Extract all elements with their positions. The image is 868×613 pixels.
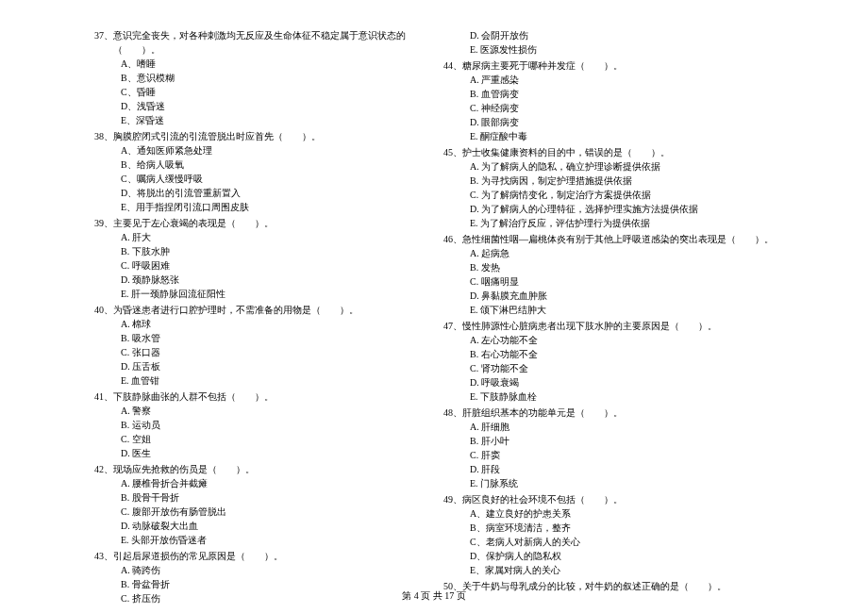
options-list: A. 起病急B. 发热C. 咽痛明显D. 鼻黏膜充血肿胀E. 颌下淋巴结肿大 xyxy=(443,246,774,317)
question-number: 47、 xyxy=(443,319,462,333)
question-stem: 48、肝脏组织基本的功能单元是（ ）。 xyxy=(443,406,774,420)
question-stem: 45、护士收集健康资料的目的中，错误的是（ ）。 xyxy=(443,145,774,159)
option: B. 右心功能不全 xyxy=(470,347,774,361)
option: A. 为了解病人的隐私，确立护理诊断提供依据 xyxy=(470,159,774,174)
option: C. 挤压伤 xyxy=(121,591,425,605)
exam-page: 37、意识完全丧失，对各种刺激均无反应及生命体征不稳定属于意识状态的（ ）。A、… xyxy=(0,0,868,585)
option: B. 肝小叶 xyxy=(470,434,774,448)
option: D. 颈静脉怒张 xyxy=(121,273,425,287)
options-list: A. 左心功能不全B. 右心功能不全C. 肾功能不全D. 呼吸衰竭E. 下肢静脉… xyxy=(443,333,774,404)
option: D. 动脉破裂大出血 xyxy=(121,519,425,533)
question: 46、急性细菌性咽—扁桃体炎有别于其他上呼吸道感染的突出表现是（ ）。A. 起病… xyxy=(443,232,774,317)
question-number: 45、 xyxy=(443,145,462,159)
question: 39、主要见于左心衰竭的表现是（ ）。A. 肝大B. 下肢水肿C. 呼吸困难D.… xyxy=(94,216,425,301)
question-stem: 40、为昏迷患者进行口腔护理时，不需准备的用物是（ ）。 xyxy=(94,303,425,317)
option: A. 警察 xyxy=(121,404,425,418)
option: A. 严重感染 xyxy=(470,73,774,87)
option: A. 肝大 xyxy=(121,230,425,244)
option: C. 肾功能不全 xyxy=(470,361,774,375)
question: 45、护士收集健康资料的目的中，错误的是（ ）。A. 为了解病人的隐私，确立护理… xyxy=(443,145,774,230)
question-number: 39、 xyxy=(94,216,113,230)
question-stem: 43、引起后尿道损伤的常见原因是（ ）。 xyxy=(94,549,425,563)
option: D、保护病人的隐私权 xyxy=(470,549,774,563)
question-stem: 39、主要见于左心衰竭的表现是（ ）。 xyxy=(94,216,425,230)
question: 43、引起后尿道损伤的常见原因是（ ）。A. 骑跨伤B. 骨盆骨折C. 挤压伤 xyxy=(94,549,425,605)
option: B. 股骨干骨折 xyxy=(121,490,425,505)
option: B. 血管病变 xyxy=(470,87,774,101)
question-number: 38、 xyxy=(94,129,113,143)
option: A、嗜睡 xyxy=(121,57,425,71)
question-text: 关于牛奶与母乳成分的比较，对牛奶的叙述正确的是（ ）。 xyxy=(462,579,774,593)
option: B、给病人吸氧 xyxy=(121,157,425,172)
option: D. 呼吸衰竭 xyxy=(470,375,774,389)
question-number: 42、 xyxy=(94,462,113,476)
question-stem: 49、病区良好的社会环境不包括（ ）。 xyxy=(443,492,774,506)
question-text: 护士收集健康资料的目的中，错误的是（ ）。 xyxy=(462,145,774,159)
question: 44、糖尿病主要死于哪种并发症（ ）。A. 严重感染B. 血管病变C. 神经病变… xyxy=(443,58,774,143)
options-list: A、嗜睡B、意识模糊C、昏睡D、浅昏迷E、深昏迷 xyxy=(94,57,425,127)
options-list: A. 肝细胞B. 肝小叶C. 肝窦D. 肝段E. 门脉系统 xyxy=(443,420,774,490)
options-list: A. 为了解病人的隐私，确立护理诊断提供依据B. 为寻找病因，制定护理措施提供依… xyxy=(443,159,774,230)
question-text: 为昏迷患者进行口腔护理时，不需准备的用物是（ ）。 xyxy=(113,303,425,317)
question-text: 下肢静脉曲张的人群不包括（ ）。 xyxy=(113,389,425,404)
option: E、用手指捏闭引流口周围皮肤 xyxy=(121,200,425,214)
question-stem: 46、急性细菌性咽—扁桃体炎有别于其他上呼吸道感染的突出表现是（ ）。 xyxy=(443,232,774,246)
options-list: A. 腰椎骨折合并截瘫B. 股骨干骨折C. 腹部开放伤有肠管脱出D. 动脉破裂大… xyxy=(94,476,425,547)
option: E、家属对病人的关心 xyxy=(470,563,774,577)
option: C. 咽痛明显 xyxy=(470,274,774,289)
option: B. 为寻找病因，制定护理措施提供依据 xyxy=(470,174,774,188)
options-list: A、建立良好的护患关系B、病室环境清洁，整齐C、老病人对新病人的关心D、保护病人… xyxy=(443,506,774,577)
option: D、将脱出的引流管重新置入 xyxy=(121,186,425,200)
option: E. 为了解治疗反应，评估护理行为提供依据 xyxy=(470,216,774,230)
question-stem: 41、下肢静脉曲张的人群不包括（ ）。 xyxy=(94,389,425,404)
question: 41、下肢静脉曲张的人群不包括（ ）。A. 警察B. 运动员C. 空姐D. 医生 xyxy=(94,389,425,460)
question: 47、慢性肺源性心脏病患者出现下肢水肿的主要原因是（ ）。A. 左心功能不全B.… xyxy=(443,319,774,404)
option: D. 肝段 xyxy=(470,462,774,476)
options-list: A、通知医师紧急处理B、给病人吸氧C、嘱病人缓慢呼吸D、将脱出的引流管重新置入E… xyxy=(94,143,425,214)
option: C、昏睡 xyxy=(121,85,425,99)
question: 37、意识完全丧失，对各种刺激均无反应及生命体征不稳定属于意识状态的（ ）。A、… xyxy=(94,28,425,127)
question-stem: 42、现场应先抢救的伤员是（ ）。 xyxy=(94,462,425,476)
question: 48、肝脏组织基本的功能单元是（ ）。A. 肝细胞B. 肝小叶C. 肝窦D. 肝… xyxy=(443,406,774,490)
option: E、深昏迷 xyxy=(121,113,425,127)
option: A. 棉球 xyxy=(121,317,425,331)
option: C. 腹部开放伤有肠管脱出 xyxy=(121,505,425,519)
options-list: A. 警察B. 运动员C. 空姐D. 医生 xyxy=(94,404,425,460)
options-list: A. 严重感染B. 血管病变C. 神经病变D. 眼部病变E. 酮症酸中毒 xyxy=(443,73,774,143)
option: E. 血管钳 xyxy=(121,373,425,388)
question-text: 病区良好的社会环境不包括（ ）。 xyxy=(462,492,774,506)
options-list: A. 棉球B. 吸水管C. 张口器D. 压舌板E. 血管钳 xyxy=(94,317,425,388)
question: 42、现场应先抢救的伤员是（ ）。A. 腰椎骨折合并截瘫B. 股骨干骨折C. 腹… xyxy=(94,462,425,547)
left-column: 37、意识完全丧失，对各种刺激均无反应及生命体征不稳定属于意识状态的（ ）。A、… xyxy=(85,28,434,566)
option: D. 压舌板 xyxy=(121,359,425,373)
option: E. 头部开放伤昏迷者 xyxy=(121,533,425,547)
question-number: 40、 xyxy=(94,303,113,317)
question-stem: 37、意识完全丧失，对各种刺激均无反应及生命体征不稳定属于意识状态的（ ）。 xyxy=(94,28,425,57)
option: B、意识模糊 xyxy=(121,71,425,85)
option: A. 起病急 xyxy=(470,246,774,260)
question: 40、为昏迷患者进行口腔护理时，不需准备的用物是（ ）。A. 棉球B. 吸水管C… xyxy=(94,303,425,388)
option: C、老病人对新病人的关心 xyxy=(470,535,774,549)
option: E. 肝一颈静脉回流征阳性 xyxy=(121,287,425,301)
question-stem: 50、关于牛奶与母乳成分的比较，对牛奶的叙述正确的是（ ）。 xyxy=(443,579,774,593)
option: C. 肝窦 xyxy=(470,448,774,462)
option: D. 眼部病变 xyxy=(470,115,774,129)
question: 50、关于牛奶与母乳成分的比较，对牛奶的叙述正确的是（ ）。 xyxy=(443,579,774,593)
question-text: 胸膜腔闭式引流的引流管脱出时应首先（ ）。 xyxy=(113,129,425,143)
question-stem: 38、胸膜腔闭式引流的引流管脱出时应首先（ ）。 xyxy=(94,129,425,143)
option: B. 骨盆骨折 xyxy=(121,577,425,591)
option: D. 鼻黏膜充血肿胀 xyxy=(470,289,774,303)
option: E. 门脉系统 xyxy=(470,476,774,490)
option: C、嘱病人缓慢呼吸 xyxy=(121,172,425,186)
option: A、建立良好的护患关系 xyxy=(470,506,774,521)
option: C. 呼吸困难 xyxy=(121,258,425,273)
question-text: 意识完全丧失，对各种刺激均无反应及生命体征不稳定属于意识状态的（ ）。 xyxy=(113,28,425,57)
right-column: D. 会阴开放伤E. 医源发性损伤44、糖尿病主要死于哪种并发症（ ）。A. 严… xyxy=(434,28,783,566)
option: C. 神经病变 xyxy=(470,101,774,115)
question: D. 会阴开放伤E. 医源发性损伤 xyxy=(443,28,774,57)
option: E. 医源发性损伤 xyxy=(470,42,774,57)
option: A. 左心功能不全 xyxy=(470,333,774,347)
option: B. 下肢水肿 xyxy=(121,244,425,258)
question-text: 慢性肺源性心脏病患者出现下肢水肿的主要原因是（ ）。 xyxy=(462,319,774,333)
question-number: 37、 xyxy=(94,28,113,57)
